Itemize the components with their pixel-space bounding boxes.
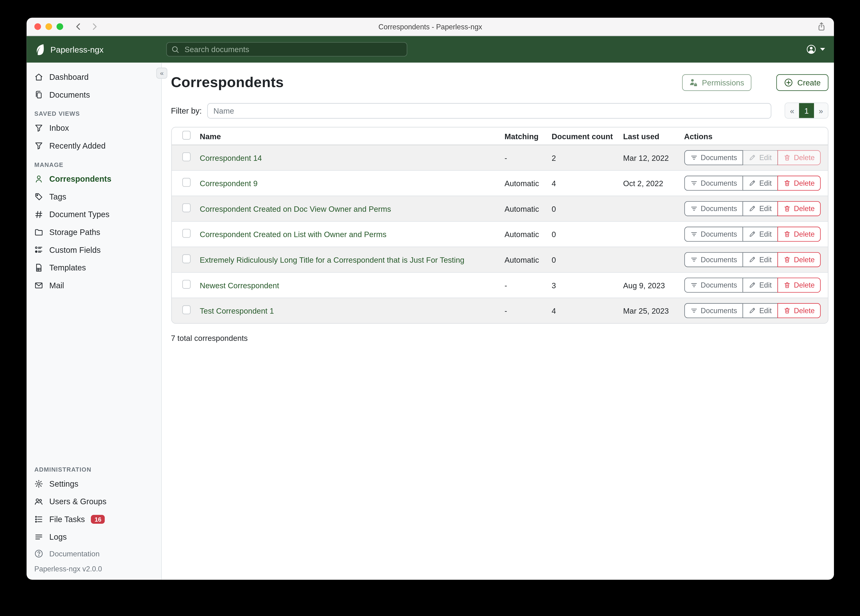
filter-lines-icon	[690, 205, 697, 212]
sidebar-item-label: File Tasks	[49, 515, 85, 524]
matching-value: -	[505, 281, 552, 290]
sidebar-item-file-tasks[interactable]: File Tasks 16	[27, 510, 161, 528]
sidebar-collapse-button[interactable]: «	[156, 68, 167, 79]
zoom-window-button[interactable]	[56, 23, 63, 30]
document-count-value: 2	[552, 153, 623, 162]
file-tasks-badge: 16	[91, 515, 105, 524]
pencil-icon	[749, 179, 756, 187]
correspondent-link[interactable]: Correspondent 9	[194, 179, 504, 188]
row-checkbox[interactable]	[182, 204, 191, 212]
correspondent-link[interactable]: Correspondent Created on Doc View Owner …	[194, 204, 504, 213]
home-icon	[34, 72, 43, 82]
search-icon	[171, 45, 179, 53]
document-count-value: 4	[552, 306, 623, 315]
correspondent-link[interactable]: Test Correspondent 1	[194, 306, 504, 315]
row-checkbox[interactable]	[182, 229, 191, 238]
documents-button[interactable]: Documents	[684, 303, 743, 318]
global-search[interactable]	[166, 42, 407, 57]
sidebar-item-document-types[interactable]: Document Types	[27, 206, 161, 223]
delete-button[interactable]: Delete	[777, 227, 821, 242]
sidebar-item-label: Tags	[49, 192, 66, 201]
select-all-checkbox[interactable]	[182, 131, 191, 140]
sidebar-item-label: Documents	[49, 90, 90, 99]
trash-icon	[783, 179, 791, 187]
col-name: Name	[194, 132, 504, 141]
window-title: Correspondents - Paperless-ngx	[27, 22, 834, 31]
row-checkbox[interactable]	[182, 152, 191, 161]
table-row: Correspondent 14 - 2 Mar 12, 2022 Docume…	[171, 145, 828, 170]
documents-button[interactable]: Documents	[684, 150, 743, 165]
edit-button[interactable]: Edit	[743, 201, 778, 216]
permissions-button[interactable]: Permissions	[682, 74, 751, 91]
edit-button[interactable]: Edit	[743, 303, 778, 318]
pagination-prev[interactable]: «	[785, 103, 799, 118]
sidebar-item-correspondents[interactable]: Correspondents	[27, 170, 161, 188]
minimize-window-button[interactable]	[46, 23, 52, 30]
sidebar-item-logs[interactable]: Logs	[27, 528, 161, 546]
user-menu[interactable]	[806, 44, 825, 54]
back-icon[interactable]	[74, 22, 82, 31]
trash-icon	[783, 205, 791, 212]
filter-name-input[interactable]	[207, 103, 771, 118]
row-checkbox[interactable]	[182, 305, 191, 314]
row-actions: Documents Edit Delete	[684, 201, 821, 216]
documents-button[interactable]: Documents	[684, 278, 743, 293]
sidebar-item-label: Storage Paths	[49, 228, 100, 237]
create-button[interactable]: Create	[776, 74, 828, 91]
sidebar-item-templates[interactable]: Templates	[27, 259, 161, 277]
sidebar-item-documentation[interactable]: Documentation	[27, 546, 161, 561]
document-count-value: 0	[552, 230, 623, 239]
table-row: Correspondent Created on Doc View Owner …	[171, 196, 828, 221]
sidebar-item-settings[interactable]: Settings	[27, 475, 161, 493]
sidebar-item-documents[interactable]: Documents	[27, 86, 161, 104]
correspondent-link[interactable]: Extremely Ridiculously Long Title for a …	[194, 255, 504, 264]
sidebar-item-recently-added[interactable]: Recently Added	[27, 137, 161, 155]
sidebar-item-mail[interactable]: Mail	[27, 277, 161, 294]
app-brand[interactable]: Paperless-ngx	[27, 43, 166, 55]
help-icon	[34, 549, 43, 558]
sidebar-item-custom-fields[interactable]: Custom Fields	[27, 241, 161, 259]
filter-lines-icon	[690, 281, 697, 289]
matching-value: Automatic	[505, 179, 552, 188]
sidebar-item-users-groups[interactable]: Users & Groups	[27, 493, 161, 511]
pagination-next[interactable]: »	[814, 103, 828, 118]
delete-button[interactable]: Delete	[777, 303, 821, 318]
row-checkbox[interactable]	[182, 280, 191, 289]
edit-button[interactable]: Edit	[743, 278, 778, 293]
row-checkbox[interactable]	[182, 178, 191, 187]
sidebar-item-label: Inbox	[49, 124, 69, 132]
edit-button[interactable]: Edit	[743, 252, 778, 267]
share-icon[interactable]	[817, 22, 826, 31]
pagination-page-1[interactable]: 1	[799, 103, 814, 118]
search-input[interactable]	[183, 44, 402, 54]
sidebar-item-label: Templates	[49, 263, 86, 272]
row-actions: Documents Edit Delete	[684, 303, 821, 318]
delete-button[interactable]: Delete	[777, 150, 821, 165]
documents-button[interactable]: Documents	[684, 227, 743, 242]
correspondent-link[interactable]: Newest Correspondent	[194, 281, 504, 290]
edit-button[interactable]: Edit	[743, 176, 778, 191]
documents-button[interactable]: Documents	[684, 252, 743, 267]
sidebar: Dashboard Documents SAVED VIEWS Inbox Re…	[27, 63, 162, 580]
correspondent-link[interactable]: Correspondent Created on List with Owner…	[194, 230, 504, 239]
correspondent-link[interactable]: Correspondent 14	[194, 153, 504, 162]
edit-button[interactable]: Edit	[743, 227, 778, 242]
edit-button[interactable]: Edit	[743, 150, 778, 165]
documents-button[interactable]: Documents	[684, 176, 743, 191]
table-row: Test Correspondent 1 - 4 Mar 25, 2023 Do…	[171, 298, 828, 323]
sidebar-item-dashboard[interactable]: Dashboard	[27, 68, 161, 86]
filter-lines-icon	[690, 154, 697, 161]
row-checkbox[interactable]	[182, 255, 191, 263]
sidebar-item-tags[interactable]: Tags	[27, 188, 161, 206]
delete-button[interactable]: Delete	[777, 176, 821, 191]
trash-icon	[783, 307, 791, 314]
forward-icon[interactable]	[91, 22, 99, 31]
close-window-button[interactable]	[34, 23, 41, 30]
delete-button[interactable]: Delete	[777, 278, 821, 293]
documents-button[interactable]: Documents	[684, 201, 743, 216]
delete-button[interactable]: Delete	[777, 201, 821, 216]
sidebar-item-storage-paths[interactable]: Storage Paths	[27, 223, 161, 241]
sidebar-item-inbox[interactable]: Inbox	[27, 119, 161, 137]
last-used-value: Aug 9, 2023	[623, 281, 684, 290]
delete-button[interactable]: Delete	[777, 252, 821, 267]
